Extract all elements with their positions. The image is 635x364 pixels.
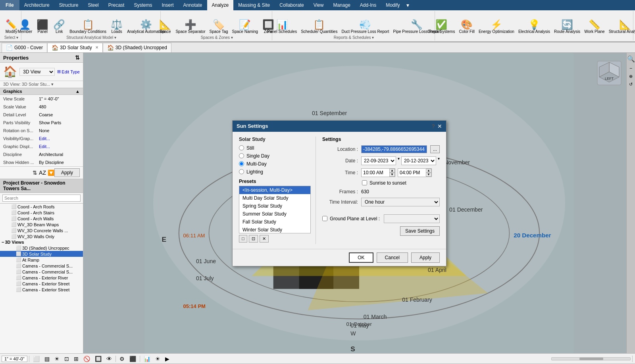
pb-item-cam-street1[interactable]: ⬜ Camera - Exterior Street: [0, 281, 83, 287]
location-input[interactable]: [361, 145, 427, 153]
properties-collapse-icon[interactable]: ⇅: [75, 54, 80, 61]
radio-still[interactable]: Still: [239, 145, 311, 151]
radio-multi-day[interactable]: Multi-Day: [239, 161, 311, 167]
region-button[interactable]: ⬜: [31, 355, 42, 363]
sort-icon[interactable]: ⇅: [33, 169, 37, 176]
pb-item-concrete-walls[interactable]: ⬜ WV_3D Concrete Walls ...: [0, 227, 83, 233]
crop-button[interactable]: ⊡: [62, 355, 71, 363]
pb-item-solar-study[interactable]: ⬜ 3D Solar Study: [0, 251, 83, 257]
viewport-3d[interactable]: 01 May 01 July 01 June 01 August 01 Sept…: [83, 53, 635, 353]
preset-new-button[interactable]: □: [239, 235, 247, 243]
tab-g000[interactable]: 📄 G000 - Cover: [2, 43, 47, 52]
pb-item-cam-commercial1[interactable]: ⬜ Camera - Commercial S...: [0, 263, 83, 269]
panel-schedules-button[interactable]: 📊Panel Schedules: [266, 19, 298, 35]
tab-steel[interactable]: Steel: [83, 0, 103, 10]
preset-fall[interactable]: Fall Solar Study: [239, 218, 310, 226]
tab-analyze[interactable]: Analyze: [207, 0, 234, 10]
panel-button[interactable]: ⬛Panel: [35, 19, 50, 35]
tab-collaborate[interactable]: Collaborate: [275, 0, 308, 10]
show-crop-button[interactable]: ⊞: [72, 355, 81, 363]
more-button[interactable]: ▶: [163, 355, 171, 363]
preset-winter[interactable]: Winter Solar Study: [239, 226, 310, 233]
member-button[interactable]: 👤Member: [16, 19, 34, 35]
tab-file[interactable]: File: [0, 0, 19, 10]
preset-multi-day[interactable]: Multi Day Solar Study: [239, 194, 310, 202]
apply-button[interactable]: Apply: [411, 252, 440, 263]
quick-access-dropdown[interactable]: ▾: [406, 2, 409, 8]
space-button[interactable]: 📐Space: [157, 19, 173, 35]
tab-precast[interactable]: Precast: [104, 0, 129, 10]
structural-analysis-button[interactable]: 📐Structural Analysis: [607, 19, 635, 35]
edit-type-button[interactable]: ⊞ Edit Type: [57, 69, 80, 74]
separator-button[interactable]: ➕Space Separator: [174, 19, 207, 35]
visibility-edit-btn[interactable]: Edit...: [39, 136, 80, 141]
pb-item-shaded-uncropped[interactable]: ⬜ 3D (Shaded) Uncroppec: [0, 245, 83, 251]
route-button[interactable]: 🔄Route Analysis: [552, 19, 582, 35]
filter-icon[interactable]: 🔽: [48, 169, 54, 176]
tab-annotate[interactable]: Annotate: [178, 0, 207, 10]
preset-summer[interactable]: Summer Solar Study: [239, 210, 310, 218]
color-fill-button[interactable]: 🎨Color Fill: [457, 19, 476, 35]
preset-duplicate-button[interactable]: ⊡: [249, 235, 258, 243]
modal-help-icon[interactable]: ?: [431, 123, 435, 129]
tab-massing[interactable]: Massing & Site: [233, 0, 275, 10]
scroll-indicator[interactable]: [551, 357, 631, 360]
tab-insert[interactable]: Insert: [157, 0, 178, 10]
date-to-select[interactable]: 20-12-2023: [401, 156, 436, 165]
time-to-up[interactable]: ▲: [426, 169, 431, 173]
tab-3d-solar[interactable]: 🏠 3D Solar Study ✕: [47, 43, 103, 52]
radio-lighting[interactable]: Lighting: [239, 169, 311, 175]
save-settings-button[interactable]: Save Settings: [400, 226, 440, 236]
radio-single-day-input[interactable]: [239, 153, 244, 158]
loads-button[interactable]: ⚖️Loads: [109, 19, 125, 35]
temporary-hide-button[interactable]: 🔲: [93, 355, 104, 363]
thin-lines-button[interactable]: ▤: [42, 355, 52, 363]
shadows-button[interactable]: ☀: [52, 355, 62, 363]
tab-modify[interactable]: Modify: [381, 0, 404, 10]
radio-single-day[interactable]: Single Day: [239, 153, 311, 159]
radio-multi-day-input[interactable]: [239, 161, 244, 166]
az-sort-icon[interactable]: AZ: [39, 169, 46, 176]
reveal-hidden-button[interactable]: 👁: [104, 355, 114, 363]
sun-path-button[interactable]: ☀: [153, 355, 162, 363]
check-systems-button[interactable]: ✅Check Systems: [426, 19, 456, 35]
graphics-section-header[interactable]: Graphics ▲: [0, 88, 83, 95]
sunrise-checkbox[interactable]: [362, 180, 367, 185]
project-browser-search-input[interactable]: [2, 195, 81, 202]
energy-button[interactable]: ⚡Energy Optimization: [477, 19, 516, 35]
electrical-button[interactable]: 💡Electrical Analysis: [517, 19, 552, 35]
close-solar-tab[interactable]: ✕: [95, 45, 98, 50]
tab-architecture[interactable]: Architecture: [19, 0, 54, 10]
tab-systems[interactable]: Systems: [129, 0, 157, 10]
tab-structure[interactable]: Structure: [54, 0, 83, 10]
duct-pressure-button[interactable]: 💨Duct Pressure Loss Report: [340, 19, 391, 35]
time-to-down[interactable]: ▼: [426, 173, 431, 177]
worksets-button[interactable]: ⚙: [117, 355, 127, 363]
pb-item-cam-street2[interactable]: ⬜ Camera - Exterior Street: [0, 287, 83, 293]
pb-item-arch-roofs[interactable]: ⬜ Coord - Arch Roofs: [0, 204, 83, 210]
pb-item-walls-only[interactable]: ⬜ WV_3D Walls Only: [0, 233, 83, 239]
view-type-select[interactable]: 3D View: [19, 68, 55, 76]
pb-item-arch-stairs[interactable]: ⬜ Coord - Arch Stairs: [0, 210, 83, 216]
preset-in-session[interactable]: <In-session, Multi-Day>: [239, 186, 310, 194]
pb-item-beam-wraps[interactable]: ⬜ WV_3D Beam Wraps: [0, 221, 83, 227]
preset-spring[interactable]: Spring Solar Study: [239, 202, 310, 210]
preset-delete-button[interactable]: ✕: [260, 235, 269, 243]
time-from-up[interactable]: ▲: [389, 169, 395, 173]
pb-3d-views-section[interactable]: − 3D Views: [0, 239, 83, 245]
pb-item-cam-river[interactable]: ⬜ Camera - Exterior River: [0, 275, 83, 281]
ok-button[interactable]: OK: [349, 252, 373, 263]
tab-view[interactable]: View: [309, 0, 329, 10]
link-button[interactable]: 🔗Link: [51, 19, 67, 35]
design-options-button[interactable]: ⬛: [127, 355, 138, 363]
date-from-select[interactable]: 22-09-2023: [361, 156, 396, 165]
boundary-button[interactable]: 📋Boundary Conditions: [68, 19, 108, 35]
tab-3d-shaded[interactable]: 🏠 3D (Shaded) Uncropped: [103, 43, 171, 52]
tab-manage[interactable]: Manage: [328, 0, 355, 10]
tab-addins[interactable]: Add-Ins: [355, 0, 381, 10]
ground-plane-checkbox[interactable]: [322, 216, 327, 221]
properties-apply-button[interactable]: Apply: [54, 168, 80, 177]
schedule-quantities-button[interactable]: 📋Schedule/ Quantities: [299, 19, 339, 35]
time-from-input[interactable]: [362, 169, 389, 176]
analysis-display-button[interactable]: 📊: [142, 355, 152, 363]
